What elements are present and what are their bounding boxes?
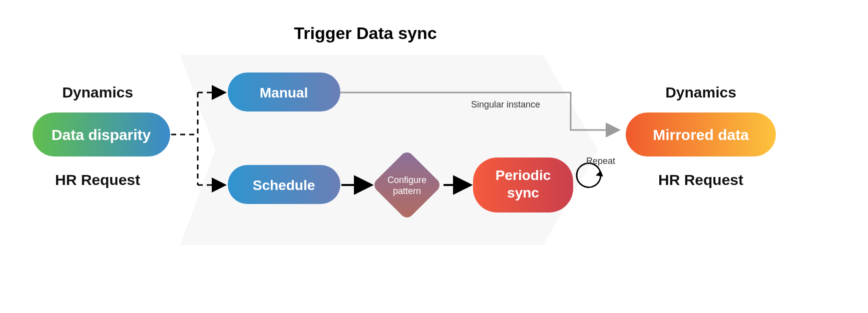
mirrored-data-label: Mirrored data <box>653 126 749 143</box>
right-bottom-label: HR Request <box>658 172 743 188</box>
manual-label: Manual <box>260 85 308 100</box>
diagram-title: Trigger Data sync <box>294 24 437 42</box>
diagram-root: Trigger Data sync Dynamics Data disparit… <box>0 0 868 313</box>
left-top-label: Dynamics <box>62 84 133 100</box>
left-bottom-label: HR Request <box>55 172 140 188</box>
periodic-line2: sync <box>507 185 539 200</box>
data-disparity-label: Data disparity <box>52 126 151 143</box>
singular-instance-label: Singular instance <box>471 100 540 110</box>
repeat-label: Repeat <box>586 156 615 166</box>
schedule-label: Schedule <box>253 178 315 193</box>
configure-line1: Configure <box>387 175 426 185</box>
configure-line2: pattern <box>393 186 421 196</box>
periodic-line1: Periodic <box>496 168 551 183</box>
right-top-label: Dynamics <box>665 84 736 100</box>
